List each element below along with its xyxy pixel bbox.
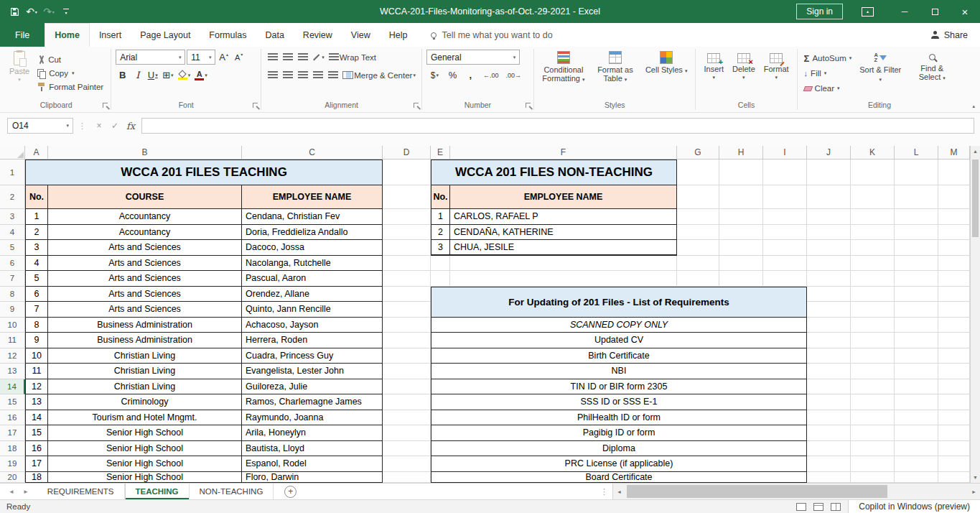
cell[interactable] xyxy=(851,348,895,364)
requirement-cell[interactable]: PhilHealth ID or form xyxy=(431,410,807,426)
cell[interactable] xyxy=(851,425,895,441)
requirement-cell[interactable]: SCANNED COPY ONLY xyxy=(431,318,807,333)
cell[interactable] xyxy=(938,410,970,426)
cell[interactable] xyxy=(431,256,450,272)
cell[interactable] xyxy=(383,185,431,209)
teaching-no-cell[interactable]: 8 xyxy=(25,318,48,333)
teaching-no-cell[interactable]: 12 xyxy=(25,379,48,395)
cell[interactable] xyxy=(763,271,807,287)
header-cell[interactable]: EMPLOYEE NAME xyxy=(450,185,677,209)
cell[interactable] xyxy=(895,256,938,272)
underline-button[interactable]: U▾ xyxy=(146,68,159,83)
cell[interactable] xyxy=(895,394,938,410)
scroll-right-icon[interactable]: ► xyxy=(968,489,980,494)
cell[interactable] xyxy=(807,225,851,241)
teaching-no-cell[interactable]: 1 xyxy=(25,209,48,225)
cell[interactable] xyxy=(383,302,431,318)
conditional-formatting-button[interactable]: Conditional Formatting ▾ xyxy=(538,50,589,100)
teaching-course-cell[interactable]: Senior High School xyxy=(48,441,242,457)
tab-splitter-icon[interactable]: ⋮ xyxy=(596,484,612,499)
cancel-entry-button[interactable]: × xyxy=(91,121,107,131)
cell[interactable] xyxy=(895,302,938,318)
cell[interactable] xyxy=(895,240,938,256)
teaching-name-cell[interactable]: Raymundo, Joanna xyxy=(242,410,383,426)
collapse-ribbon-icon[interactable]: ▴ xyxy=(972,103,975,109)
cell[interactable] xyxy=(938,441,970,457)
bold-button[interactable]: B xyxy=(116,68,129,83)
requirement-cell[interactable]: TIN ID or BIR form 2305 xyxy=(431,379,807,395)
cell[interactable] xyxy=(851,394,895,410)
teaching-name-cell[interactable]: Pascual, Aaron xyxy=(242,271,383,287)
cell[interactable] xyxy=(938,225,970,241)
teaching-name-cell[interactable]: Bautista, Lloyd xyxy=(242,441,383,457)
cell[interactable] xyxy=(895,209,938,225)
cell[interactable] xyxy=(895,472,938,484)
clipboard-dialog-launcher-icon[interactable] xyxy=(103,103,109,109)
column-header[interactable]: K xyxy=(851,146,895,160)
column-header[interactable]: F xyxy=(450,146,677,160)
cell[interactable] xyxy=(895,441,938,457)
cell[interactable] xyxy=(719,160,763,185)
requirements-title-cell[interactable]: For Updating of 201 Files - List of Requ… xyxy=(431,287,807,318)
scroll-up-icon[interactable]: ▲ xyxy=(971,146,980,157)
cell[interactable] xyxy=(938,302,970,318)
teaching-name-cell[interactable]: Quinto, Jann Rencille xyxy=(242,302,383,318)
cell[interactable] xyxy=(763,256,807,272)
increase-decimal-button[interactable]: ←.00 xyxy=(482,68,500,83)
top-align-button[interactable] xyxy=(266,50,279,65)
teaching-no-cell[interactable]: 5 xyxy=(25,271,48,287)
cell[interactable] xyxy=(938,456,970,472)
cell[interactable] xyxy=(938,379,970,395)
row-header[interactable]: 16 xyxy=(0,410,25,426)
decrease-font-size-button[interactable]: A▾ xyxy=(232,50,246,65)
middle-align-button[interactable] xyxy=(281,50,294,65)
teaching-no-cell[interactable]: 7 xyxy=(25,302,48,318)
scroll-left-icon[interactable]: ◄ xyxy=(613,489,625,494)
column-header[interactable]: H xyxy=(719,146,763,160)
teaching-no-cell[interactable]: 10 xyxy=(25,348,48,364)
cell[interactable] xyxy=(807,379,851,395)
delete-cells-button[interactable]: × Delete ▾ xyxy=(729,50,759,100)
cell[interactable] xyxy=(938,209,970,225)
cell[interactable] xyxy=(938,160,970,185)
cell[interactable] xyxy=(807,364,851,379)
cell[interactable] xyxy=(719,271,763,287)
teaching-name-cell[interactable]: Arila, Honeylyn xyxy=(242,425,383,441)
number-dialog-launcher-icon[interactable] xyxy=(526,103,532,109)
column-header[interactable]: A xyxy=(25,146,48,160)
cell[interactable] xyxy=(383,379,431,395)
paste-button[interactable]: Paste ▾ xyxy=(6,50,33,100)
cell[interactable] xyxy=(851,456,895,472)
teaching-no-cell[interactable]: 4 xyxy=(25,256,48,272)
cell[interactable] xyxy=(677,209,719,225)
cell[interactable] xyxy=(851,287,895,302)
teaching-name-cell[interactable]: Espanol, Rodel xyxy=(242,456,383,472)
requirement-cell[interactable]: Updated CV xyxy=(431,333,807,348)
cell[interactable] xyxy=(851,225,895,241)
customize-qat-button[interactable]: ▾ xyxy=(57,2,75,21)
row-header[interactable]: 5 xyxy=(0,240,25,256)
teaching-no-cell[interactable]: 15 xyxy=(25,425,48,441)
percent-style-button[interactable]: % xyxy=(446,68,459,83)
non-teaching-title-cell[interactable]: WCCA 201 FILES NON-TEACHING xyxy=(431,160,677,185)
teaching-name-cell[interactable]: Doria, Freddieliza Andallo xyxy=(242,225,383,241)
cell[interactable] xyxy=(807,394,851,410)
non-teaching-no-cell[interactable]: 3 xyxy=(431,240,450,256)
teaching-name-cell[interactable]: Guiloreza, Julie xyxy=(242,379,383,395)
cell[interactable] xyxy=(895,185,938,209)
page-break-view-icon[interactable] xyxy=(831,503,841,511)
teaching-course-cell[interactable]: Christian Living xyxy=(48,379,242,395)
column-header[interactable]: M xyxy=(938,146,970,160)
cell[interactable] xyxy=(851,379,895,395)
cell[interactable] xyxy=(719,209,763,225)
font-color-button[interactable]: A▾ xyxy=(193,68,209,83)
cell[interactable] xyxy=(383,348,431,364)
header-cell[interactable]: No. xyxy=(431,185,450,209)
row-header[interactable]: 7 xyxy=(0,271,25,287)
cell[interactable] xyxy=(807,318,851,333)
increase-font-size-button[interactable]: A▴ xyxy=(217,50,230,65)
accounting-format-button[interactable]: $▾ xyxy=(428,68,442,83)
teaching-course-cell[interactable]: Arts and Sciences xyxy=(48,256,242,272)
cell[interactable] xyxy=(383,333,431,348)
wrap-text-button[interactable]: Wrap Text xyxy=(327,50,378,65)
